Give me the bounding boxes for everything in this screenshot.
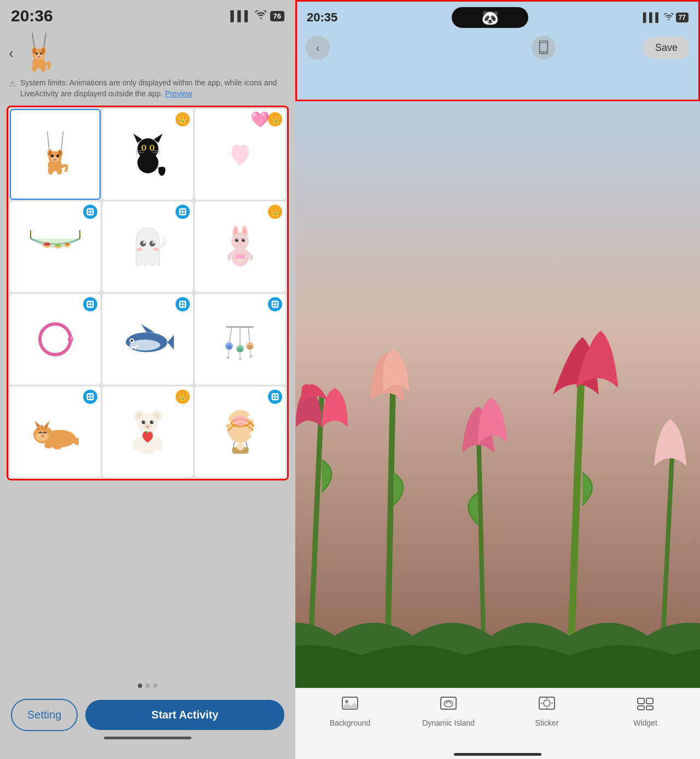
sticker-cell-11[interactable]: 👑	[102, 386, 193, 477]
dot-2	[145, 683, 150, 688]
svg-line-136	[42, 425, 42, 429]
sticker-cell-6[interactable]: 👑	[195, 201, 285, 292]
svg-point-37	[150, 146, 153, 150]
signal-icon: ▌▌▌	[230, 10, 251, 22]
sticker-cell-12[interactable]	[195, 386, 285, 477]
svg-point-28	[48, 167, 54, 175]
tab-dynamic-island[interactable]: Dynamic Island	[399, 696, 498, 727]
svg-line-100	[135, 347, 136, 350]
sticker-cell-10[interactable]	[10, 386, 101, 477]
svg-rect-89	[179, 301, 186, 308]
badge-gold-6: 👑	[268, 205, 282, 219]
pagination-dots	[11, 683, 284, 688]
dot-1	[138, 683, 142, 688]
warning-box: ⚠ System limits: Animations are only dis…	[9, 78, 287, 99]
heart-badge-3: 🩷	[253, 112, 267, 126]
svg-point-74	[243, 239, 244, 240]
warning-icon: ⚠	[9, 79, 16, 89]
svg-point-165	[249, 431, 256, 436]
sticker-cell-1[interactable]	[10, 109, 101, 200]
left-panel: 20:36 ▌▌▌ 76 ‹	[0, 0, 295, 759]
preview-time: 20:35	[307, 10, 337, 25]
svg-point-33	[137, 138, 158, 159]
svg-point-11	[40, 53, 42, 55]
sticker-cell-9[interactable]	[195, 294, 285, 385]
badge-gold-3: 👑	[268, 112, 282, 126]
svg-line-107	[229, 327, 232, 344]
svg-rect-185	[638, 698, 644, 704]
left-header: ‹	[0, 30, 295, 74]
svg-rect-82	[88, 302, 90, 304]
svg-rect-43	[88, 210, 90, 211]
sticker-grid-outer: 👑	[7, 106, 289, 480]
sticker-cell-4[interactable]	[10, 201, 101, 292]
svg-rect-156	[276, 397, 277, 399]
svg-point-72	[242, 239, 245, 242]
start-activity-button[interactable]: Start Activity	[85, 700, 284, 730]
svg-rect-101	[272, 301, 279, 308]
svg-point-86	[40, 324, 71, 355]
tab-background[interactable]: Background	[301, 696, 399, 727]
sticker-tab-icon	[538, 696, 556, 715]
background-tab-label: Background	[330, 719, 371, 727]
svg-rect-55	[179, 208, 186, 216]
svg-rect-84	[88, 305, 90, 306]
svg-point-26	[56, 154, 59, 157]
badge-gold-11: 👑	[176, 390, 190, 404]
svg-point-111	[226, 345, 232, 350]
svg-rect-124	[91, 395, 92, 396]
svg-rect-188	[646, 706, 653, 710]
svg-rect-186	[646, 698, 653, 704]
svg-line-109	[248, 327, 250, 344]
svg-line-160	[246, 442, 247, 447]
preview-link[interactable]: Preview	[165, 89, 192, 98]
svg-rect-102	[273, 302, 275, 304]
svg-point-163	[222, 420, 231, 425]
badge-blue-9	[268, 297, 282, 311]
svg-line-116	[228, 350, 229, 357]
setting-button[interactable]: Setting	[11, 699, 78, 731]
svg-line-118	[250, 350, 251, 356]
preview-device-button[interactable]	[532, 36, 556, 60]
sticker-cell-8[interactable]	[102, 294, 193, 385]
preview-status-right: ▌▌▌ 77	[643, 13, 689, 22]
svg-point-62	[143, 241, 145, 244]
svg-rect-56	[180, 210, 182, 211]
spacer	[417, 34, 444, 61]
svg-point-13	[32, 64, 37, 72]
svg-point-8	[42, 48, 45, 54]
wifi-icon	[255, 10, 267, 22]
dot-3	[153, 683, 158, 688]
sticker-cell-2[interactable]: 👑	[102, 109, 193, 200]
svg-rect-154	[276, 395, 277, 396]
badge-blue-8	[176, 297, 190, 311]
svg-point-180	[544, 700, 550, 706]
sticker-cell-5[interactable]	[102, 201, 193, 292]
sticker-cell-3[interactable]: 👑 🩷	[195, 109, 285, 200]
svg-point-162	[236, 443, 244, 450]
back-button[interactable]: ‹	[9, 45, 14, 62]
battery-indicator: 76	[270, 11, 284, 21]
svg-point-52	[55, 244, 61, 247]
sticker-cell-7[interactable]	[10, 294, 101, 385]
dynamic-island-tab-icon	[440, 696, 457, 715]
save-button[interactable]: Save	[643, 37, 690, 59]
svg-rect-42	[87, 208, 94, 216]
svg-point-177	[345, 700, 348, 703]
svg-point-60	[140, 241, 146, 247]
svg-point-138	[44, 443, 53, 449]
tab-widget[interactable]: Widget	[596, 696, 695, 727]
svg-point-75	[239, 243, 241, 245]
bottom-buttons: Setting Start Activity	[11, 699, 284, 731]
preview-back-button[interactable]: ‹	[306, 36, 330, 60]
svg-rect-44	[91, 210, 92, 211]
badge-blue-12	[268, 390, 282, 404]
sticker-tab-label: Sticker	[535, 719, 559, 727]
svg-point-29	[57, 167, 62, 175]
svg-point-164	[247, 415, 255, 419]
svg-point-63	[153, 241, 155, 244]
badge-blue-4	[83, 205, 97, 219]
left-status-icons: ▌▌▌ 76	[230, 10, 284, 22]
svg-rect-46	[91, 212, 92, 214]
tab-sticker[interactable]: Sticker	[498, 696, 596, 727]
